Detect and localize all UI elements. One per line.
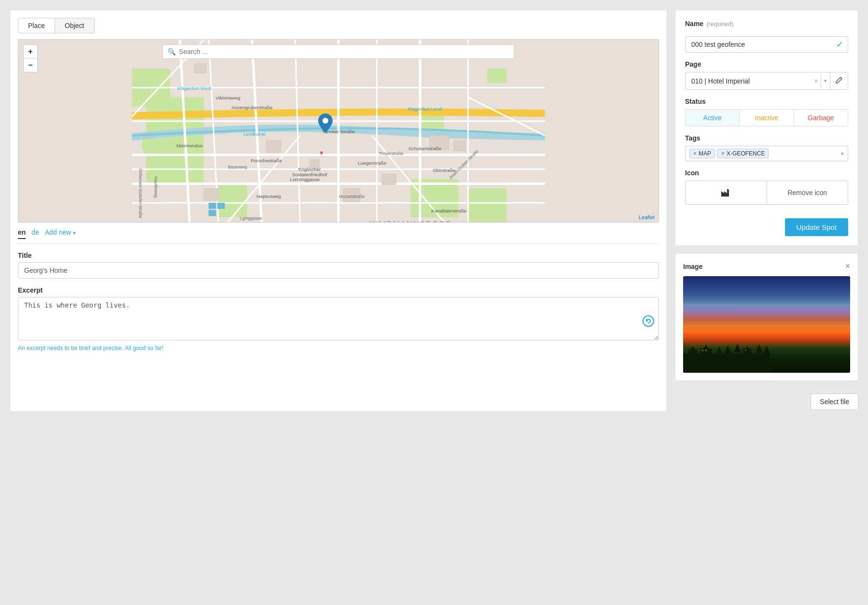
svg-text:Soldatenfriedhof: Soldatenfriedhof: [292, 172, 327, 177]
status-label: Status: [685, 98, 848, 105]
excerpt-hint: An excerpt needs to be brief and precise…: [18, 345, 659, 352]
tag-map-remove[interactable]: ×: [693, 150, 697, 157]
map-container[interactable]: Klagenfurt West Klagenfurt Lend Anzengru…: [18, 39, 659, 223]
svg-text:Minimundus: Minimundus: [177, 143, 203, 148]
page-label: Page: [685, 60, 848, 68]
svg-text:WAIDMANNSDORF: WAIDMANNSDORF: [370, 220, 451, 222]
svg-rect-6: [218, 183, 247, 217]
update-spot-button[interactable]: Update Spot: [785, 218, 848, 236]
name-field-group: Name (required) ✓: [685, 20, 848, 53]
status-active-button[interactable]: Active: [686, 110, 740, 126]
tag-map: × MAP: [689, 149, 715, 158]
remove-icon-button[interactable]: Remove icon: [767, 181, 848, 204]
tags-dropdown-arrow[interactable]: ▾: [841, 151, 844, 157]
svg-marker-72: [717, 346, 722, 353]
svg-text:Schubertstraße: Schubertstraße: [408, 146, 441, 151]
image-card: Image ×: [675, 253, 858, 381]
svg-marker-80: [756, 344, 763, 353]
map-zoom-controls: + −: [23, 44, 38, 72]
factory-icon: [720, 187, 732, 198]
svg-marker-74: [734, 344, 741, 352]
svg-point-65: [322, 118, 328, 124]
svg-text:Örtherses-Südufer-Straße: Örtherses-Südufer-Straße: [138, 169, 143, 218]
icon-field-group: Icon Remove icon: [685, 169, 848, 205]
svg-text:📍: 📍: [318, 151, 325, 157]
name-input[interactable]: [685, 36, 848, 53]
icon-group: Remove icon: [685, 181, 848, 205]
svg-rect-36: [209, 203, 216, 209]
page-select-wrapper[interactable]: 010 | Hotel Imperial × ▾: [685, 72, 848, 90]
svg-rect-79: [745, 350, 746, 351]
main-right-card: Name (required) ✓ Page 010 | Hotel Imper…: [675, 10, 858, 246]
tags-field-group: Tags × MAP × X-GEOFENCE ▾: [685, 134, 848, 161]
sunset-image: [683, 276, 850, 373]
zoom-out-button[interactable]: −: [24, 58, 37, 72]
name-required: (required): [706, 20, 733, 28]
leaflet-attribution[interactable]: Leaflet: [639, 214, 655, 220]
excerpt-textarea[interactable]: This is where Georg lives.: [18, 297, 659, 340]
svg-text:Mozartstraße: Mozartstraße: [339, 194, 365, 199]
tab-place[interactable]: Place: [18, 18, 55, 33]
name-check-icon: ✓: [836, 39, 843, 50]
select-file-wrapper: Select file: [675, 388, 858, 412]
name-label: Name: [685, 20, 703, 28]
title-field-group: Title: [18, 252, 659, 279]
left-panel: Place Object: [10, 10, 667, 412]
title-input[interactable]: [18, 262, 659, 279]
svg-text:Anzengruberstraße: Anzengruberstraße: [231, 105, 273, 110]
add-new-tab[interactable]: Add new ▾: [45, 228, 76, 238]
status-garbage-button[interactable]: Garbage: [794, 110, 848, 126]
tags-label: Tags: [685, 134, 848, 142]
map-svg: Klagenfurt West Klagenfurt Lend Anzengru…: [18, 40, 658, 222]
svg-text:Troyerstraße: Troyerstraße: [379, 151, 404, 156]
svg-rect-69: [688, 350, 697, 354]
page-select-value: 010 | Hotel Imperial: [686, 73, 811, 89]
lang-tab-en[interactable]: en: [18, 228, 26, 239]
svg-rect-77: [702, 350, 703, 352]
page-dropdown-arrow[interactable]: ▾: [821, 74, 830, 88]
icon-preview[interactable]: [686, 181, 767, 204]
search-icon: 🔍: [168, 48, 176, 56]
tags-wrapper[interactable]: × MAP × X-GEOFENCE ▾: [685, 146, 848, 161]
tag-map-label: MAP: [699, 150, 711, 157]
page-edit-button[interactable]: [830, 72, 848, 89]
page-clear-button[interactable]: ×: [811, 73, 821, 88]
svg-text:Englischer: Englischer: [298, 167, 321, 172]
svg-rect-8: [487, 69, 506, 83]
image-close-button[interactable]: ×: [845, 261, 850, 271]
map-search-input[interactable]: [179, 48, 509, 56]
map-search-bar[interactable]: 🔍: [162, 44, 514, 59]
svg-text:Lendkanal: Lendkanal: [243, 131, 266, 137]
title-label: Title: [18, 252, 659, 259]
image-preview: [683, 276, 850, 373]
select-file-button[interactable]: Select file: [811, 394, 858, 410]
svg-text:Viktoriaweg: Viktoriaweg: [216, 95, 240, 100]
svg-rect-32: [204, 188, 218, 200]
page-field-group: Page 010 | Hotel Imperial × ▾: [685, 60, 848, 90]
tag-geofence-remove[interactable]: ×: [721, 150, 725, 157]
excerpt-wrapper: This is where Georg lives.: [18, 297, 659, 342]
status-inactive-button[interactable]: Inactive: [740, 110, 794, 126]
refresh-icon[interactable]: [643, 315, 654, 329]
name-input-wrapper: ✓: [685, 36, 848, 53]
svg-text:Porschestraße: Porschestraße: [251, 158, 282, 163]
add-new-caret: ▾: [73, 230, 76, 236]
zoom-in-button[interactable]: +: [24, 45, 37, 58]
svg-rect-76: [743, 349, 752, 353]
tab-object[interactable]: Object: [55, 18, 94, 33]
edit-icon: [835, 76, 843, 84]
leaflet-link[interactable]: Leaflet: [639, 214, 655, 220]
tag-geofence-label: X-GEOFENCE: [727, 150, 765, 157]
svg-text:Luegerstraße: Luegerstraße: [358, 160, 387, 166]
svg-text:Kanaltalerstraße: Kanaltalerstraße: [431, 208, 466, 213]
svg-rect-5: [468, 188, 507, 222]
svg-rect-67: [683, 353, 770, 373]
update-btn-wrapper: Update Spot: [685, 212, 848, 236]
excerpt-label: Excerpt: [18, 286, 659, 294]
svg-rect-37: [217, 203, 224, 209]
svg-marker-73: [724, 345, 731, 354]
right-panel: Name (required) ✓ Page 010 | Hotel Imper…: [675, 10, 858, 412]
image-card-header: Image ×: [683, 261, 850, 271]
lang-tab-de[interactable]: de: [31, 228, 39, 238]
icon-label: Icon: [685, 169, 848, 177]
